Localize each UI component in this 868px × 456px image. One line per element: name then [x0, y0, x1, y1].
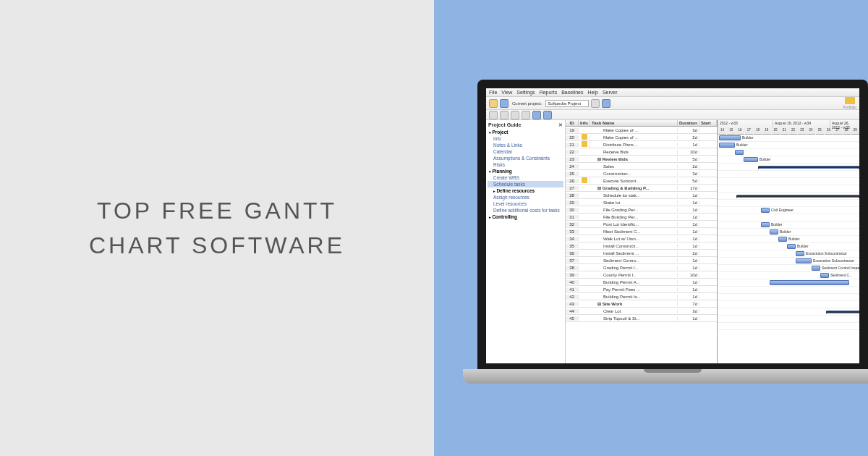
guide-item[interactable]: Info	[488, 135, 563, 142]
gantt-task-bar[interactable]	[778, 237, 787, 242]
mail-icon[interactable]	[602, 99, 610, 108]
col-name[interactable]: Task Name	[590, 120, 678, 126]
table-row[interactable]: 42Building Permit Is...1d	[566, 293, 717, 300]
close-icon[interactable]: ✕	[558, 122, 563, 128]
gantt-task-bar[interactable]	[820, 273, 829, 278]
cell-name: Make Copies of ...	[590, 135, 678, 140]
guide-item[interactable]: Level resources	[488, 200, 563, 207]
cell-duration: 2d	[678, 135, 699, 140]
zoom-out-icon[interactable]	[543, 111, 552, 119]
redo-icon[interactable]	[500, 111, 509, 119]
gantt-row	[718, 156, 859, 164]
table-row[interactable]: 20Make Copies of ...2d	[566, 134, 717, 141]
cell-name: Grading Permit I...	[590, 266, 678, 270]
table-row[interactable]: 35Install Constructi...1d	[566, 242, 717, 250]
table-row[interactable]: 19Make Copies of ...3d	[566, 127, 717, 134]
guide-item[interactable]: Define additional costs for tasks	[488, 207, 563, 214]
gantt-task-bar[interactable]	[719, 135, 741, 140]
gantt-task-bar[interactable]	[719, 143, 735, 148]
gantt-task-bar[interactable]	[761, 208, 770, 213]
menu-reports[interactable]: Reports	[540, 90, 558, 95]
guide-item[interactable]: Define resources	[488, 187, 563, 194]
zoom-in-icon[interactable]	[532, 111, 541, 119]
table-row[interactable]: 40Building Permit A...1d	[566, 279, 717, 286]
gantt-summary-bar[interactable]	[736, 195, 859, 198]
cell-id: 39	[566, 273, 579, 277]
gantt-task-bar[interactable]	[787, 244, 796, 249]
col-info[interactable]: Info	[579, 120, 590, 126]
table-row[interactable]: 32Post Lot Identific...1d	[566, 221, 717, 228]
guide-item[interactable]: Project	[488, 129, 563, 135]
guide-item[interactable]: Schedule tasks	[488, 181, 563, 187]
table-row[interactable]: 29Stake lot1d	[566, 199, 717, 206]
col-start[interactable]: Start	[699, 120, 717, 126]
cell-id: 25	[566, 172, 579, 176]
gantt-body[interactable]: BuilderBuilderBuilderCivil EngineerBuild…	[718, 135, 859, 330]
guide-item[interactable]: Create WBS	[488, 174, 563, 181]
table-row[interactable]: 26Execute Subcont...5d	[566, 177, 717, 185]
menu-file[interactable]: File	[489, 90, 497, 95]
table-row[interactable]: 25Construction...3d	[566, 170, 717, 177]
new-icon[interactable]	[489, 99, 498, 108]
col-duration[interactable]: Duration	[678, 120, 699, 126]
guide-item[interactable]: Assign resources	[488, 194, 563, 200]
gantt-task-bar[interactable]	[796, 251, 804, 256]
table-row[interactable]: 36Install Sediment ...2d	[566, 250, 717, 257]
gantt-summary-bar[interactable]	[826, 311, 859, 313]
table-row[interactable]: 23⊟ Review Bids5d	[566, 156, 717, 163]
gantt-task-bar[interactable]	[770, 280, 849, 285]
table-row[interactable]: 38Grading Permit I...1d	[566, 264, 717, 271]
table-row[interactable]: 44Clear Lot3d	[566, 308, 717, 315]
table-row[interactable]: 33Meet Sediment C...1d	[566, 228, 717, 235]
gantt-task-bar[interactable]	[761, 222, 770, 227]
table-row[interactable]: 31File Building Per...1d	[566, 214, 717, 221]
guide-item[interactable]: Notes & Links	[488, 142, 563, 148]
portfolio-button[interactable]: Portfolio	[843, 97, 856, 109]
gantt-task-bar[interactable]	[744, 157, 758, 162]
col-id[interactable]: ID	[566, 120, 579, 126]
gantt-task-bar[interactable]	[812, 266, 820, 271]
cell-duration: 1d	[678, 295, 699, 299]
flag-icon	[582, 177, 587, 183]
print-icon[interactable]	[500, 99, 509, 108]
table-row[interactable]: 41Pay Permit Fees ...1d	[566, 286, 717, 293]
cell-duration: 3d	[678, 309, 699, 313]
cut-icon[interactable]	[511, 111, 519, 119]
table-row[interactable]: 27⊟ Grading & Building P...17d	[566, 185, 717, 192]
table-row[interactable]: 22Receive Bids10d	[566, 148, 717, 156]
cell-name: Distribute Plans ...	[590, 143, 678, 147]
menu-baselines[interactable]: Baselines	[561, 90, 583, 95]
gantt-task-bar[interactable]	[796, 258, 812, 263]
undo-icon[interactable]	[489, 111, 498, 119]
table-row[interactable]: 24Sales2d	[566, 163, 717, 170]
guide-item[interactable]: Controlling	[488, 214, 563, 220]
table-row[interactable]: 30File Grading Per...1d	[566, 206, 717, 214]
table-row[interactable]: 37Sediment Contro...1d	[566, 257, 717, 264]
gantt-bar-label: Sediment C...	[830, 273, 852, 277]
table-row[interactable]: 28Schedule lot stak...1d	[566, 192, 717, 199]
menu-help[interactable]: Help	[588, 90, 598, 95]
table-row[interactable]: 39County Permit I...10d	[566, 271, 717, 279]
guide-item[interactable]: Calendar	[488, 148, 563, 155]
project-selector[interactable]: Softpedia Project	[545, 100, 589, 107]
menu-settings[interactable]: Settings	[516, 90, 535, 95]
gantt-task-bar[interactable]	[770, 229, 778, 235]
guide-item[interactable]: Risks	[488, 161, 563, 168]
cell-name: ⊟ Review Bids	[590, 156, 678, 161]
cell-name: Execute Subcont...	[590, 179, 678, 183]
table-row[interactable]: 43⊟ Site Work7d	[566, 300, 717, 308]
guide-item[interactable]: Planning	[488, 168, 563, 174]
menu-view[interactable]: View	[501, 90, 512, 95]
gantt-task-bar[interactable]	[735, 150, 744, 155]
dropdown-icon[interactable]	[591, 99, 600, 108]
cell-id: 29	[566, 200, 579, 205]
menu-server[interactable]: Server	[603, 90, 618, 95]
table-row[interactable]: 45Strip Topsoil & St...1d	[566, 315, 717, 322]
copy-icon[interactable]	[522, 111, 530, 119]
hero-title-line1: TOP FREE GANTT	[97, 198, 337, 224]
table-row[interactable]: 21Distribute Plans ...1d	[566, 141, 717, 148]
gantt-summary-bar[interactable]	[758, 166, 859, 169]
cell-name: County Permit I...	[590, 273, 678, 277]
table-row[interactable]: 34Walk Lot w/ Own...1d	[566, 235, 717, 242]
guide-item[interactable]: Assumptions & Constraints	[488, 155, 563, 161]
